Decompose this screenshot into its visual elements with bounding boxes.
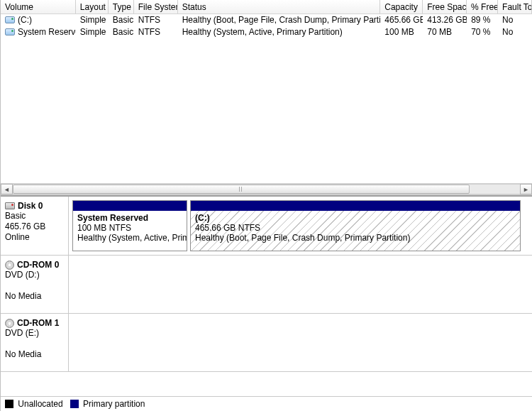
volume-name-cell: (C:) <box>1 14 76 26</box>
partition-size: 465.66 GB NTFS <box>195 223 516 233</box>
disk-type: DVD (E:) <box>5 328 64 339</box>
disk-title: CD-ROM 0 <box>5 260 64 270</box>
legend-primary-label: Primary partition <box>83 399 145 409</box>
volume-capacity: 100 MB <box>380 26 423 38</box>
volume-freespace: 413.26 GB <box>423 14 467 26</box>
partition-size: 100 MB NTFS <box>77 223 182 233</box>
disk-title-text: CD-ROM 1 <box>17 318 59 328</box>
disk-title: Disk 0 <box>5 201 64 211</box>
partition-content: System Reserved100 MB NTFSHealthy (Syste… <box>73 211 187 251</box>
volume-pctfree: 70 % <box>467 26 498 38</box>
partition-content: (C:)465.66 GB NTFSHealthy (Boot, Page Fi… <box>191 211 520 251</box>
volume-filesystem: NTFS <box>134 26 178 38</box>
partition-status: Healthy (Boot, Page File, Crash Dump, Pr… <box>195 233 516 243</box>
unallocated-swatch-icon <box>5 400 13 408</box>
drive-icon <box>5 28 15 35</box>
volume-name: System Reserved <box>18 27 76 37</box>
legend: Unallocated Primary partition <box>1 396 532 411</box>
volume-pctfree: 89 % <box>467 14 498 26</box>
volume-type: Basic <box>109 14 134 26</box>
optical-disc-icon <box>5 261 14 270</box>
disk-title: CD-ROM 1 <box>5 318 64 328</box>
disk-info[interactable]: CD-ROM 1DVD (E:)No Media <box>1 314 69 371</box>
disk-body <box>69 314 532 371</box>
disk-row: CD-ROM 0DVD (D:)No Media <box>1 256 532 314</box>
disk-type: DVD (D:) <box>5 270 64 280</box>
volume-list-header[interactable]: Volume Layout Type File System Status Ca… <box>1 0 532 14</box>
volume-fault: No <box>498 14 532 26</box>
primary-swatch-icon <box>70 400 79 408</box>
volume-status: Healthy (System, Active, Primary Partiti… <box>178 26 381 38</box>
volume-freespace: 70 MB <box>423 26 467 38</box>
disk-state: No Media <box>5 349 64 360</box>
partition-status: Healthy (System, Active, Primary Partiti… <box>77 233 182 243</box>
col-header-type[interactable]: Type <box>109 0 134 13</box>
drive-icon <box>5 16 15 23</box>
col-header-capacity[interactable]: Capacity <box>380 0 423 13</box>
disk-body <box>69 256 532 313</box>
volume-type: Basic <box>109 26 134 38</box>
partition-name: (C:) <box>195 213 516 223</box>
disk-capacity: 465.76 GB <box>5 221 64 232</box>
disk-info[interactable]: CD-ROM 0DVD (D:)No Media <box>1 256 69 313</box>
volume-row[interactable]: System ReservedSimpleBasicNTFSHealthy (S… <box>1 26 532 38</box>
disk-state: Online <box>5 232 64 243</box>
disk-management-window: Volume Layout Type File System Status Ca… <box>0 0 532 411</box>
col-header-volume[interactable]: Volume <box>1 0 76 13</box>
col-header-freespace[interactable]: Free Space <box>423 0 467 13</box>
volume-list[interactable]: Volume Layout Type File System Status Ca… <box>1 0 532 183</box>
partition-color-bar <box>191 201 520 211</box>
disk-type: Basic <box>5 211 64 221</box>
optical-disc-icon <box>5 319 14 328</box>
scroll-right-button[interactable]: ► <box>520 184 532 194</box>
disk-state: No Media <box>5 291 64 302</box>
volume-layout: Simple <box>76 26 109 38</box>
volume-capacity: 465.66 GB <box>380 14 423 26</box>
scroll-thumb[interactable] <box>13 185 470 194</box>
disk-title-text: CD-ROM 0 <box>17 260 59 270</box>
partition-color-bar <box>73 201 187 211</box>
disk-title-text: Disk 0 <box>18 201 43 211</box>
volume-name: (C:) <box>18 15 32 25</box>
volume-layout: Simple <box>76 14 109 26</box>
partition-box[interactable]: (C:)465.66 GB NTFSHealthy (Boot, Page Fi… <box>190 200 521 251</box>
volume-status: Healthy (Boot, Page File, Crash Dump, Pr… <box>178 14 381 26</box>
partition-strip: System Reserved100 MB NTFSHealthy (Syste… <box>72 200 528 251</box>
legend-unallocated-label: Unallocated <box>18 399 62 409</box>
partition-box[interactable]: System Reserved100 MB NTFSHealthy (Syste… <box>72 200 187 251</box>
disk-info[interactable]: Disk 0Basic465.76 GBOnline <box>1 197 69 255</box>
legend-unallocated: Unallocated <box>5 399 63 409</box>
volume-filesystem: NTFS <box>134 14 178 26</box>
volume-name-cell: System Reserved <box>1 26 76 38</box>
disk-graphic-panel: Disk 0Basic465.76 GBOnlineSystem Reserve… <box>1 195 532 396</box>
col-header-status[interactable]: Status <box>178 0 381 13</box>
hard-disk-icon <box>5 202 15 209</box>
disk-row: Disk 0Basic465.76 GBOnlineSystem Reserve… <box>1 197 532 256</box>
scroll-track[interactable] <box>13 184 520 194</box>
scroll-left-button[interactable]: ◄ <box>1 184 13 194</box>
disk-row: CD-ROM 1DVD (E:)No Media <box>1 314 532 372</box>
horizontal-scrollbar[interactable]: ◄ ► <box>1 183 532 195</box>
volume-row[interactable]: (C:)SimpleBasicNTFSHealthy (Boot, Page F… <box>1 14 532 26</box>
volume-fault: No <box>498 26 532 38</box>
col-header-pctfree[interactable]: % Free <box>467 0 498 13</box>
legend-primary: Primary partition <box>70 399 145 409</box>
col-header-fault[interactable]: Fault Tol <box>498 0 532 13</box>
partition-name: System Reserved <box>77 213 182 223</box>
col-header-layout[interactable]: Layout <box>76 0 109 13</box>
disk-body: System Reserved100 MB NTFSHealthy (Syste… <box>69 197 532 255</box>
col-header-filesystem[interactable]: File System <box>134 0 178 13</box>
